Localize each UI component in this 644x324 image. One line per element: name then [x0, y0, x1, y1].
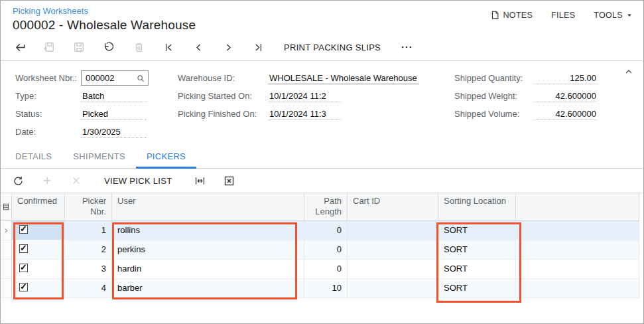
user-cell[interactable]: rollins [112, 221, 304, 240]
picking-finished-value[interactable]: 10/1/2024 11:3 [268, 108, 341, 120]
path-length-cell[interactable]: 0 [304, 240, 348, 259]
sorting-location-cell[interactable]: SORT [438, 240, 516, 259]
worksheet-nbr-value: 000002 [86, 73, 136, 83]
sorting-location-cell[interactable]: SORT [438, 221, 516, 240]
path-length-cell[interactable]: 0 [304, 221, 348, 240]
picker-nbr-cell[interactable]: 2 [65, 240, 112, 259]
undo-button[interactable] [101, 39, 117, 55]
sorting-location-cell[interactable]: SORT [438, 260, 516, 278]
user-cell[interactable]: barber [112, 279, 304, 297]
cart-id-cell[interactable] [348, 221, 438, 240]
confirmed-checkbox[interactable] [19, 244, 28, 253]
confirmed-cell[interactable] [12, 279, 65, 297]
date-value[interactable]: 1/30/2025 [81, 125, 147, 138]
save-close-button [41, 39, 57, 55]
notes-button[interactable]: NOTES [490, 10, 533, 20]
path-length-cell[interactable]: 0 [304, 260, 348, 278]
more-actions-button[interactable] [399, 39, 415, 55]
cart-id-cell[interactable] [348, 279, 438, 297]
title-bar: Picking Worksheets 000002 - Wholesale Wa… [1, 1, 643, 34]
column-header-picker-nbr[interactable]: Picker Nbr. [65, 193, 112, 220]
shipped-weight-label: Shipped Weight: [454, 91, 533, 101]
back-button[interactable] [11, 39, 27, 55]
column-header-user[interactable]: User [112, 193, 304, 220]
grid-settings-header-cell[interactable] [1, 193, 12, 220]
plus-icon [41, 175, 53, 187]
field-picking-started: Picking Started On: 10/1/2024 11:2 [178, 87, 419, 105]
table-row[interactable]: 4 barber 10 SORT [1, 279, 639, 298]
previous-record-button[interactable] [190, 39, 206, 55]
table-row[interactable]: 1 rollins 0 SORT [1, 221, 639, 240]
print-packing-slips-button[interactable]: PRINT PACKING SLIPS [280, 42, 385, 52]
current-row-arrow-icon [3, 227, 9, 234]
tab-pickers[interactable]: PICKERS [136, 147, 196, 169]
view-pick-list-button[interactable]: VIEW PICK LIST [100, 176, 176, 186]
last-record-button[interactable] [250, 39, 266, 55]
chevron-up-icon [623, 66, 634, 77]
cart-id-cell[interactable] [348, 240, 438, 259]
row-selector-cell[interactable] [1, 221, 12, 240]
collapse-summary-button[interactable] [623, 66, 634, 77]
row-selector-cell[interactable] [1, 279, 12, 297]
user-cell[interactable]: hardin [112, 260, 304, 278]
type-value[interactable]: Batch [81, 90, 147, 102]
fit-width-button[interactable] [192, 173, 208, 189]
save-button [71, 39, 87, 55]
search-icon[interactable] [136, 74, 145, 83]
refresh-button[interactable] [10, 173, 26, 189]
path-length-cell[interactable]: 10 [304, 279, 348, 297]
status-value[interactable]: Picked [81, 108, 147, 120]
breadcrumb[interactable]: Picking Worksheets [13, 6, 196, 16]
warehouse-id-value[interactable]: WHOLESALE - Wholesale Warehouse [268, 72, 419, 84]
form-column-1: Worksheet Nbr.: 000002 Type: Batch Statu… [15, 69, 149, 142]
next-record-button[interactable] [220, 39, 236, 55]
tools-label: TOOLS [594, 11, 623, 20]
user-cell[interactable]: perkins [112, 240, 304, 259]
column-header-cart-id[interactable]: Cart ID [348, 193, 438, 220]
picker-nbr-cell[interactable]: 3 [65, 260, 112, 278]
field-worksheet-nbr: Worksheet Nbr.: 000002 [15, 69, 149, 87]
confirmed-cell[interactable] [12, 260, 65, 278]
shipped-volume-label: Shipped Volume: [454, 109, 533, 119]
grid-empty-area [1, 298, 639, 324]
picker-nbr-cell[interactable]: 4 [65, 279, 112, 297]
column-header-sorting-location[interactable]: Sorting Location [438, 193, 516, 220]
table-row[interactable]: 2 perkins 0 SORT [1, 240, 639, 260]
shipped-quantity-value[interactable]: 125.00 [533, 72, 598, 84]
add-row-button [39, 173, 55, 189]
tab-details[interactable]: DETAILS [5, 147, 62, 169]
column-header-path-length[interactable]: Path Length [304, 193, 348, 220]
confirmed-checkbox[interactable] [19, 283, 28, 291]
shipped-volume-value[interactable]: 42.600000 [533, 108, 598, 120]
row-selector-cell[interactable] [1, 240, 12, 259]
picking-finished-label: Picking Finished On: [178, 109, 268, 119]
sorting-location-cell[interactable]: SORT [438, 279, 516, 297]
filler-cell [516, 279, 639, 297]
cart-id-cell[interactable] [348, 260, 438, 278]
table-row[interactable]: 3 hardin 0 SORT [1, 260, 639, 279]
page-title: 000002 - Wholesale Warehouse [13, 18, 196, 33]
picking-started-value[interactable]: 10/1/2024 11:2 [268, 90, 341, 102]
confirmed-cell[interactable] [12, 221, 65, 240]
first-record-button[interactable] [161, 39, 176, 55]
save-icon [72, 40, 86, 54]
files-button[interactable]: FILES [551, 11, 575, 20]
tools-button[interactable]: TOOLS [594, 11, 633, 20]
grid-header-row: Confirmed Picker Nbr. User Path Length C… [1, 193, 639, 221]
picker-nbr-cell[interactable]: 1 [65, 221, 112, 240]
previous-record-icon [193, 42, 204, 53]
export-excel-button[interactable] [221, 173, 237, 189]
confirmed-cell[interactable] [12, 240, 65, 259]
confirmed-checkbox[interactable] [19, 225, 28, 234]
confirmed-checkbox[interactable] [19, 264, 28, 272]
tab-bar: DETAILS SHIPMENTS PICKERS [1, 149, 643, 169]
note-icon [490, 10, 500, 20]
first-record-icon [163, 42, 174, 53]
row-selector-cell[interactable] [1, 260, 12, 278]
tab-shipments[interactable]: SHIPMENTS [62, 147, 136, 169]
column-header-confirmed[interactable]: Confirmed [12, 193, 65, 220]
fit-width-icon [194, 175, 206, 187]
shipped-weight-value[interactable]: 42.600000 [533, 90, 598, 102]
grid-toolbar: VIEW PICK LIST [1, 169, 643, 193]
worksheet-nbr-input[interactable]: 000002 [81, 70, 149, 86]
